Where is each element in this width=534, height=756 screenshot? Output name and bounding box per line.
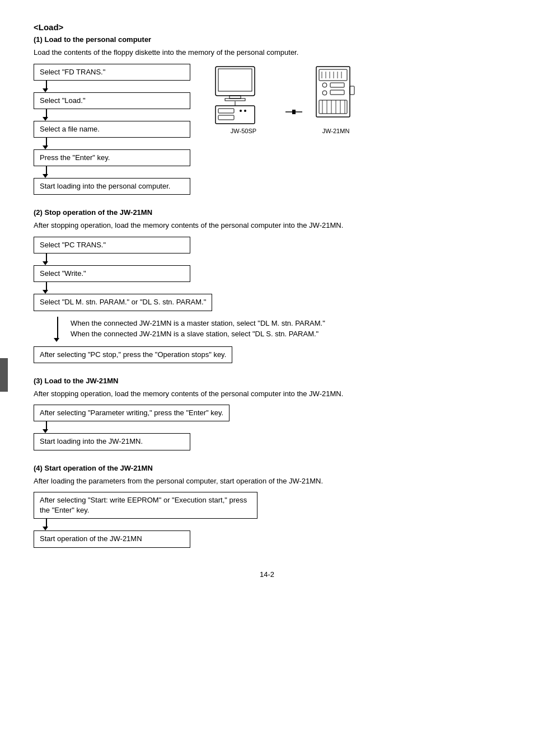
jw50sp-device: JW-50SP (213, 64, 274, 134)
section-2-note: When the connected JW-21MN is a master s… (65, 314, 345, 343)
section-2-note-container: When the connected JW-21MN is a master s… (34, 314, 345, 343)
svg-rect-13 (319, 69, 347, 81)
section-1-step-2: Select "Load." (34, 92, 190, 109)
section-4: (4) Start operation of the JW-21MN After… (34, 464, 500, 548)
svg-rect-1 (218, 69, 252, 91)
section-1-step-5: Start loading into the personal computer… (34, 178, 190, 195)
section-3-flow: After selecting "Parameter writing," pre… (34, 405, 500, 450)
section-1: (1) Load to the personal computer Load t… (34, 35, 500, 195)
section-1-step-4: Press the "Enter" key. (34, 149, 190, 166)
cable-connector (285, 106, 302, 118)
svg-rect-31 (350, 86, 354, 95)
arrow-s3-1 (44, 421, 49, 433)
section-2-step-2: Select "Write." (34, 265, 190, 282)
section-1-intro: Load the contents of the floppy diskette… (34, 47, 500, 58)
section-4-step-2: Start operation of the JW-21MN (34, 530, 190, 547)
section-4-flow: After selecting "Start: write EEPROM" or… (34, 492, 500, 548)
jw50sp-svg (213, 64, 274, 125)
section-1-step-3: Select a file name. (34, 121, 190, 138)
svg-rect-3 (225, 98, 245, 101)
section-2-intro: After stopping operation, load the memor… (34, 220, 500, 231)
section-1-flow-area: Select "FD TRANS." Select "Load." Select… (34, 64, 500, 195)
svg-rect-5 (218, 109, 234, 113)
section-1-flow-column: Select "FD TRANS." Select "Load." Select… (34, 64, 190, 195)
section-2-step-3: Select "DL M. stn. PARAM." or "DL S. stn… (34, 294, 212, 311)
svg-rect-6 (218, 115, 234, 120)
jw21mn-device: JW-21MN (313, 64, 358, 134)
arrow-s2-1 (44, 253, 49, 265)
page-number: 14-2 (34, 570, 500, 579)
svg-rect-11 (292, 110, 296, 114)
arrow-3 (44, 138, 49, 149)
section-2: (2) Stop operation of the JW-21MN After … (34, 208, 500, 363)
section-1-step-1: Select "FD TRANS." (34, 64, 190, 81)
arrow-s4-1 (44, 519, 49, 530)
section-2-heading: (2) Stop operation of the JW-21MN (34, 208, 500, 217)
jw21mn-svg (313, 64, 358, 125)
device-container: JW-50SP (213, 64, 358, 134)
section-4-heading: (4) Start operation of the JW-21MN (34, 464, 500, 472)
section-4-step-1: After selecting "Start: write EEPROM" or… (34, 492, 257, 519)
section-2-step-4: After selecting "PC stop," press the "Op… (34, 346, 232, 363)
arrow-4 (44, 166, 49, 178)
device-illustration: JW-50SP (213, 64, 358, 134)
page-title: <Load> (34, 22, 500, 32)
note-arrow-s2 (56, 317, 59, 342)
section-1-heading: (1) Load to the personal computer (34, 35, 500, 44)
section-3-step-2: Start loading into the JW-21MN. (34, 433, 190, 450)
left-tab (0, 358, 8, 392)
cable-svg (285, 106, 302, 118)
arrow-1 (44, 81, 49, 92)
arrow-s2-2 (44, 282, 49, 294)
section-3-intro: After stopping operation, load the memor… (34, 388, 500, 400)
section-3-step-1: After selecting "Parameter writing," pre… (34, 405, 229, 421)
section-4-intro: After loading the parameters from the pe… (34, 476, 500, 487)
svg-point-21 (322, 91, 327, 95)
svg-point-8 (244, 110, 246, 112)
jw21mn-label: JW-21MN (322, 128, 350, 134)
svg-point-20 (322, 83, 327, 87)
section-3-heading: (3) Load to the JW-21MN (34, 377, 500, 385)
section-2-flow: Select "PC TRANS." Select "Write." Selec… (34, 237, 500, 363)
jw50sp-label: JW-50SP (231, 128, 256, 134)
arrow-2 (44, 109, 49, 121)
svg-point-7 (240, 110, 242, 112)
svg-rect-23 (330, 90, 344, 95)
section-3: (3) Load to the JW-21MN After stopping o… (34, 377, 500, 450)
svg-rect-22 (330, 83, 344, 87)
svg-rect-24 (319, 100, 347, 114)
section-2-step-1: Select "PC TRANS." (34, 237, 190, 253)
